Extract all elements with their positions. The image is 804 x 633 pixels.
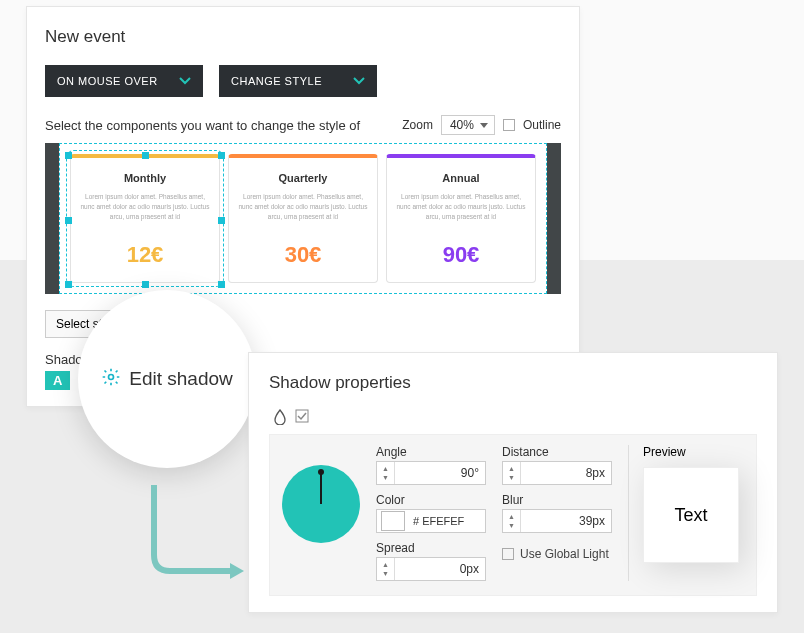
preview-swatch: Text (643, 467, 739, 563)
angle-label: Angle (376, 445, 486, 459)
chevron-down-icon (179, 75, 191, 87)
trigger-select-label: ON MOUSE OVER (57, 75, 158, 87)
angle-dial[interactable] (282, 465, 360, 543)
connector-arrow-icon (134, 485, 254, 595)
card-body: Lorem ipsum dolor amet. Phasellus amet, … (237, 192, 369, 232)
resize-handle[interactable] (218, 281, 225, 288)
resize-handle[interactable] (218, 217, 225, 224)
pricing-card-annual[interactable]: Annual Lorem ipsum dolor amet. Phasellus… (386, 154, 536, 283)
edit-shadow-text: Edit shadow (129, 368, 233, 390)
panel-title: New event (45, 27, 561, 47)
stepper-icon[interactable]: ▲▼ (503, 462, 521, 484)
pricing-card-quarterly[interactable]: Quarterly Lorem ipsum dolor amet. Phasel… (228, 154, 378, 283)
canvas-edge-left (45, 143, 59, 294)
color-value: # EFEFEF (413, 515, 464, 527)
blur-label: Blur (502, 493, 612, 507)
action-select[interactable]: CHANGE STYLE (219, 65, 377, 97)
spread-value: 0px (395, 558, 485, 580)
card-title: Monthly (79, 172, 211, 184)
svg-point-0 (109, 375, 114, 380)
stepper-icon[interactable]: ▲▼ (377, 558, 395, 580)
use-global-light-checkbox[interactable] (502, 548, 514, 560)
stepper-icon[interactable]: ▲▼ (377, 462, 395, 484)
resize-handle[interactable] (142, 281, 149, 288)
spread-label: Spread (376, 541, 486, 555)
chevron-down-icon (353, 75, 365, 87)
canvas-area[interactable]: Monthly Lorem ipsum dolor amet. Phasellu… (59, 143, 547, 294)
distance-label: Distance (502, 445, 612, 459)
color-label: Color (376, 493, 486, 507)
svg-rect-1 (296, 410, 308, 422)
preview-label: Preview (643, 445, 739, 459)
instruction-text: Select the components you want to change… (45, 118, 360, 133)
toggle-check-icon[interactable] (295, 409, 309, 428)
card-title: Annual (395, 172, 527, 184)
blur-input[interactable]: ▲▼ 39px (502, 509, 612, 533)
card-body: Lorem ipsum dolor amet. Phasellus amet, … (395, 192, 527, 232)
zoom-label: Zoom (402, 118, 433, 132)
canvas-edge-right (547, 143, 561, 294)
zoom-select[interactable]: 40% (441, 115, 495, 135)
color-input[interactable]: # EFEFEF (376, 509, 486, 533)
canvas: Monthly Lorem ipsum dolor amet. Phasellu… (45, 143, 561, 294)
gear-icon (101, 367, 121, 391)
edit-shadow-callout: Edit shadow (78, 290, 256, 468)
card-price: 12€ (79, 242, 211, 268)
action-select-label: CHANGE STYLE (231, 75, 322, 87)
drop-icon[interactable] (273, 409, 287, 428)
distance-input[interactable]: ▲▼ 8px (502, 461, 612, 485)
resize-handle[interactable] (218, 152, 225, 159)
shadow-properties-panel: Shadow properties Angle ▲▼ 90° Distance (248, 352, 778, 613)
resize-handle[interactable] (142, 152, 149, 159)
spread-input[interactable]: ▲▼ 0px (376, 557, 486, 581)
angle-value: 90° (395, 462, 485, 484)
pricing-card-monthly[interactable]: Monthly Lorem ipsum dolor amet. Phasellu… (70, 154, 220, 283)
stepper-icon[interactable]: ▲▼ (503, 510, 521, 532)
outline-label: Outline (523, 118, 561, 132)
blur-value: 39px (521, 510, 611, 532)
resize-handle[interactable] (65, 152, 72, 159)
card-price: 30€ (237, 242, 369, 268)
preview-text: Text (674, 505, 707, 526)
color-swatch[interactable] (381, 511, 405, 531)
shadow-badge[interactable]: A (45, 371, 70, 390)
use-global-light-label: Use Global Light (520, 547, 609, 561)
card-title: Quarterly (237, 172, 369, 184)
trigger-select[interactable]: ON MOUSE OVER (45, 65, 203, 97)
angle-input[interactable]: ▲▼ 90° (376, 461, 486, 485)
shadow-panel-title: Shadow properties (269, 373, 757, 393)
resize-handle[interactable] (65, 281, 72, 288)
outline-checkbox[interactable] (503, 119, 515, 131)
card-price: 90€ (395, 242, 527, 268)
distance-value: 8px (521, 462, 611, 484)
resize-handle[interactable] (65, 217, 72, 224)
zoom-value: 40% (450, 118, 474, 132)
card-body: Lorem ipsum dolor amet. Phasellus amet, … (79, 192, 211, 232)
